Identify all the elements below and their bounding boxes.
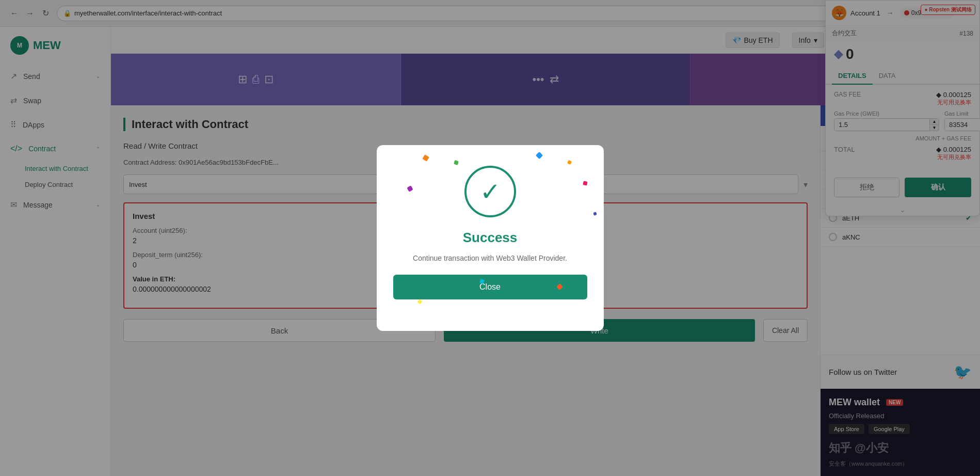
success-checkmark-circle: ✓ [464,166,516,217]
modal-overlay: ✓ Success Continue transaction with Web3… [0,0,980,476]
success-description: Continue transaction with Web3 Wallet Pr… [413,254,567,262]
success-modal: ✓ Success Continue transaction with Web3… [377,145,604,331]
success-close-button[interactable]: Close [393,275,587,299]
success-title: Success [463,230,518,246]
